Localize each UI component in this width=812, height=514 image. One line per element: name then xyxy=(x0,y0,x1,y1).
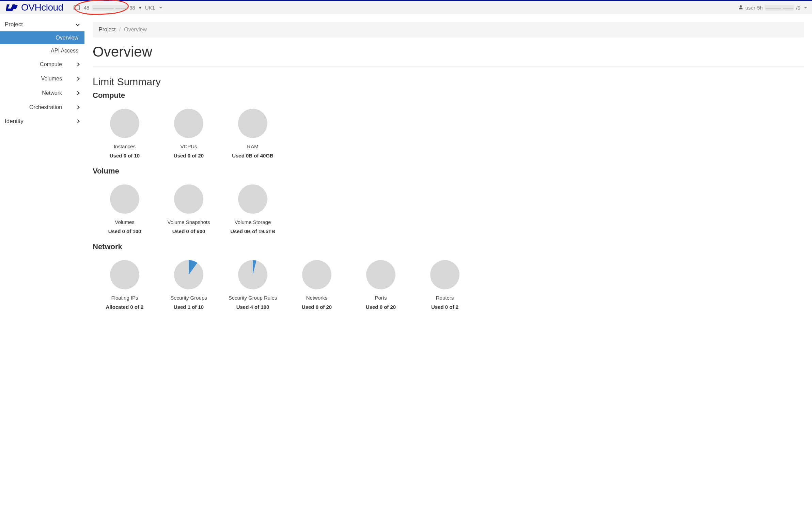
quota-tile: RoutersUsed 0 of 2 xyxy=(413,256,477,315)
sidebar-item-api-access[interactable]: API Access xyxy=(0,44,84,57)
caret-down-icon xyxy=(804,7,807,9)
chevron-right-icon xyxy=(76,62,79,66)
quota-usage: Used 0 of 20 xyxy=(286,304,347,310)
sidebar-section-label: Project xyxy=(5,21,23,28)
breadcrumb-current: Overview xyxy=(124,27,147,33)
quota-tile: Security Group RulesUsed 4 of 100 xyxy=(221,256,285,315)
user-suffix: /9 xyxy=(796,5,800,11)
chevron-right-icon xyxy=(76,91,79,95)
divider xyxy=(93,66,804,66)
sidebar-group-label: Volumes xyxy=(41,76,62,82)
quota-pie-icon xyxy=(302,260,331,289)
chevron-right-icon xyxy=(76,105,79,109)
tile-row-volume: VolumesUsed 0 of 100Volume SnapshotsUsed… xyxy=(93,180,804,239)
quota-pie-icon xyxy=(110,109,139,138)
quota-tile: InstancesUsed 0 of 10 xyxy=(93,105,157,163)
quota-pie-icon xyxy=(430,260,459,289)
quota-tile: PortsUsed 0 of 20 xyxy=(349,256,413,315)
quota-label: Floating IPs xyxy=(94,295,155,301)
project-region-selector[interactable]: 48 ———— —— 38 UK1 xyxy=(74,5,162,11)
svg-point-0 xyxy=(740,5,742,7)
tile-row-network: Floating IPsAllocated 0 of 2Security Gro… xyxy=(93,256,804,315)
quota-pie-icon xyxy=(174,260,203,289)
quota-pie-icon xyxy=(174,109,203,138)
quota-usage: Used 0 of 20 xyxy=(350,304,411,310)
quota-pie-icon xyxy=(238,184,267,214)
sidebar-group-network[interactable]: Network xyxy=(0,86,84,100)
quota-pie-icon xyxy=(110,260,139,289)
sidebar-section-label: Identity xyxy=(5,118,24,125)
quota-pie-icon xyxy=(238,109,267,138)
subsection-compute: Compute xyxy=(93,91,804,100)
project-id-prefix: 48 xyxy=(84,5,90,11)
chevron-right-icon xyxy=(76,119,79,123)
breadcrumb: Project / Overview xyxy=(93,22,804,37)
quota-usage: Used 1 of 10 xyxy=(158,304,219,310)
chevron-down-icon xyxy=(76,22,79,26)
brand-text: OVHcloud xyxy=(21,2,63,13)
quota-usage: Used 0 of 600 xyxy=(158,228,219,234)
subsection-network: Network xyxy=(93,242,804,251)
quota-tile: Volume StorageUsed 0B of 19.5TB xyxy=(221,180,285,239)
user-icon xyxy=(738,5,743,11)
topbar: OVHcloud 48 ———— —— 38 UK1 user-5h ——— —… xyxy=(0,0,812,14)
domain-icon xyxy=(74,5,81,11)
quota-tile: RAMUsed 0B of 40GB xyxy=(221,105,285,163)
breadcrumb-separator: / xyxy=(119,27,121,33)
quota-pie-icon xyxy=(174,184,203,214)
separator-dot-icon xyxy=(139,7,141,9)
quota-tile: Volume SnapshotsUsed 0 of 600 xyxy=(157,180,221,239)
brand[interactable]: OVHcloud xyxy=(5,2,63,13)
quota-label: Ports xyxy=(350,295,411,301)
sidebar-group-label: Compute xyxy=(40,61,62,67)
tile-row-compute: InstancesUsed 0 of 10VCPUsUsed 0 of 20RA… xyxy=(93,105,804,163)
sidebar-section-identity[interactable]: Identity xyxy=(0,115,84,128)
sidebar-group-compute[interactable]: Compute xyxy=(0,57,84,72)
sidebar-section-project[interactable]: Project xyxy=(0,18,84,31)
region-label: UK1 xyxy=(145,5,155,11)
chevron-right-icon xyxy=(76,77,79,80)
quota-label: VCPUs xyxy=(158,143,219,149)
sidebar-item-overview[interactable]: Overview xyxy=(0,31,84,44)
sidebar-group-label: Orchestration xyxy=(29,104,62,110)
quota-usage: Used 0B of 19.5TB xyxy=(222,228,283,234)
quota-usage: Used 4 of 100 xyxy=(222,304,283,310)
breadcrumb-root[interactable]: Project xyxy=(99,27,116,33)
project-id-redacted: ———— —— xyxy=(92,5,127,11)
quota-label: Networks xyxy=(286,295,347,301)
quota-pie-icon xyxy=(110,184,139,214)
quota-tile: VolumesUsed 0 of 100 xyxy=(93,180,157,239)
brand-logo-icon xyxy=(5,3,18,12)
quota-pie-icon xyxy=(366,260,395,289)
quota-label: Volume Snapshots xyxy=(158,219,219,225)
sidebar-group-volumes[interactable]: Volumes xyxy=(0,72,84,86)
quota-label: Security Group Rules xyxy=(222,295,283,301)
sidebar-group-label: Network xyxy=(42,90,62,96)
quota-tile: Floating IPsAllocated 0 of 2 xyxy=(93,256,157,315)
quota-label: Security Groups xyxy=(158,295,219,301)
quota-usage: Used 0 of 100 xyxy=(94,228,155,234)
subsection-volume: Volume xyxy=(93,167,804,176)
main-content: Project / Overview Overview Limit Summar… xyxy=(84,14,812,330)
quota-label: RAM xyxy=(222,143,283,149)
user-prefix: user-5h xyxy=(745,5,763,11)
quota-tile: Security GroupsUsed 1 of 10 xyxy=(157,256,221,315)
quota-label: Instances xyxy=(94,143,155,149)
project-id-suffix: 38 xyxy=(129,5,135,11)
quota-pie-icon xyxy=(238,260,267,289)
quota-usage: Used 0 of 10 xyxy=(94,153,155,158)
page-title: Overview xyxy=(93,44,804,60)
sidebar-group-orchestration[interactable]: Orchestration xyxy=(0,100,84,115)
quota-tile: NetworksUsed 0 of 20 xyxy=(285,256,349,315)
sidebar-item-label: Overview xyxy=(56,35,78,41)
quota-usage: Allocated 0 of 2 xyxy=(94,304,155,310)
quota-usage: Used 0 of 20 xyxy=(158,153,219,158)
quota-usage: Used 0 of 2 xyxy=(414,304,475,310)
quota-usage: Used 0B of 40GB xyxy=(222,153,283,158)
quota-tile: VCPUsUsed 0 of 20 xyxy=(157,105,221,163)
sidebar-item-label: API Access xyxy=(51,48,78,54)
user-menu[interactable]: user-5h ——— —— /9 xyxy=(738,5,807,11)
user-redacted: ——— —— xyxy=(765,5,794,11)
quota-label: Volumes xyxy=(94,219,155,225)
quota-label: Routers xyxy=(414,295,475,301)
